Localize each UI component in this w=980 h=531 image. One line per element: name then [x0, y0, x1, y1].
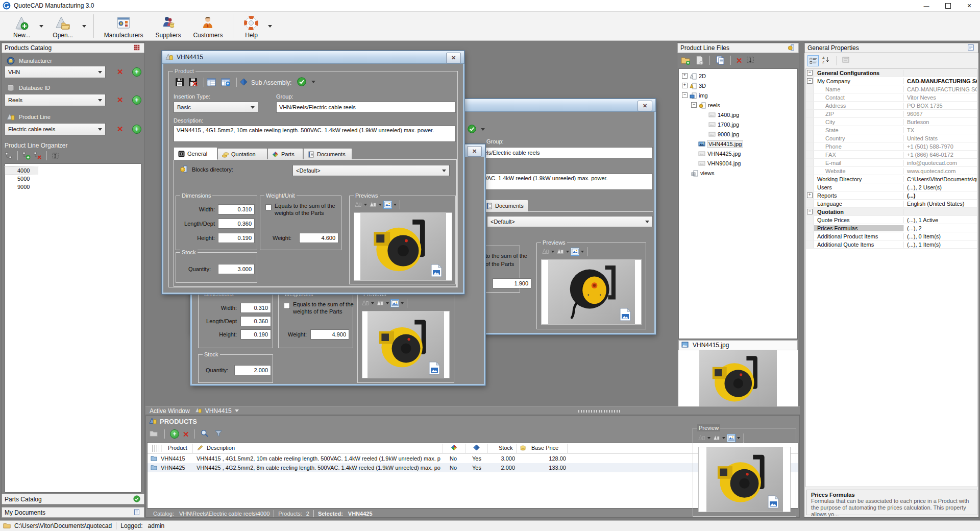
middle-weight-input[interactable]: 4.900	[310, 329, 349, 340]
products-catalog-header[interactable]: Products Catalog	[2, 43, 144, 53]
organizer-item-4000[interactable]: 4000	[5, 166, 38, 175]
dialog-close-button[interactable]: ✕	[446, 53, 461, 63]
manufacturers-button[interactable]: Manufacturers	[98, 13, 150, 39]
property-row[interactable]: ContactVitor Neves	[806, 93, 977, 102]
tree-item-1700jpg[interactable]: 1700.jpg	[679, 119, 797, 129]
add-folder-icon[interactable]	[680, 55, 691, 65]
tree-item-img[interactable]: − img	[679, 90, 797, 100]
property-row[interactable]: LanguageEnglish (United States)	[806, 200, 977, 208]
my-documents-bar[interactable]: My Documents	[2, 507, 144, 518]
manufacturer-delete-icon[interactable]: ✕	[117, 68, 124, 76]
organizer-delete-node-icon[interactable]	[34, 152, 42, 160]
property-row[interactable]: Users(...), 2 User(s)	[806, 183, 977, 191]
property-row[interactable]: CityBurleson	[806, 118, 977, 126]
files-panel-header[interactable]: Product Line Files	[677, 43, 799, 53]
tree-item-vhn4415jpg[interactable]: VHN4415.jpg	[679, 139, 797, 149]
save-close-icon[interactable]	[188, 77, 198, 87]
organizer-tree-icon[interactable]	[5, 152, 13, 160]
back-tab-documents[interactable]: Documents	[481, 200, 528, 211]
property-row[interactable]: +Reports(...)	[806, 191, 977, 200]
close-button[interactable]: ✕	[959, 0, 980, 11]
open-button[interactable]: Open...	[46, 13, 79, 39]
help-dropdown-arrow[interactable]	[266, 21, 274, 31]
manufacturer-add-icon[interactable]: +	[132, 67, 141, 77]
open-dropdown-arrow[interactable]	[80, 21, 88, 31]
preview-image-arrow[interactable]	[401, 302, 404, 304]
back-group-input[interactable]: eels/Electric cable reels	[478, 147, 653, 158]
properties-header[interactable]: General Properties	[804, 43, 978, 53]
tab-documents[interactable]: Documents	[303, 148, 352, 160]
tree-item-2d[interactable]: + 2D	[679, 71, 797, 81]
back-description-input[interactable]: 0VAC. 1.4kW reeled (1.9kW unreeled) max.…	[478, 174, 653, 190]
weight-input[interactable]: 4.600	[299, 233, 338, 243]
property-row[interactable]: −My CompanyCAD-MANUFACTURING SOLUT	[806, 77, 977, 85]
preview-3d-icon[interactable]	[556, 248, 565, 256]
tab-parts[interactable]: Parts	[267, 148, 303, 160]
filter-icon[interactable]	[214, 429, 224, 439]
customers-button[interactable]: Customers	[187, 13, 229, 39]
minimize-button[interactable]: —	[916, 0, 937, 11]
help-button[interactable]: Help	[237, 13, 265, 39]
tree-item-3d[interactable]: + 3D	[679, 81, 797, 90]
organizer-rename-icon[interactable]	[52, 152, 60, 160]
preview-image-icon[interactable]	[571, 248, 579, 256]
back-weight-input[interactable]: 1.900	[493, 278, 531, 288]
back-sub-assembly-arrow[interactable]	[481, 128, 485, 131]
property-row[interactable]: E-mailinfo@quotecad.com	[806, 159, 977, 167]
organizer-item-9000[interactable]: 9000	[5, 183, 141, 191]
preview-image-icon[interactable]	[390, 299, 399, 307]
property-category[interactable]: −Quotation	[806, 208, 977, 216]
middle-quantity-input[interactable]: 2.000	[234, 365, 271, 375]
product-line-select[interactable]: Electric cable reels	[5, 123, 106, 135]
property-row[interactable]: Phone+1 (501) 588-7970	[806, 142, 977, 151]
height-input[interactable]: 0.190	[218, 233, 255, 243]
save-icon[interactable]	[175, 77, 185, 87]
preview-image-arrow[interactable]	[737, 437, 740, 439]
middle-width-input[interactable]: 0.310	[240, 303, 271, 313]
preview-2d-icon[interactable]	[697, 434, 706, 442]
preview-2d-icon[interactable]	[354, 201, 362, 209]
organizer-item-5000[interactable]: 5000	[5, 175, 141, 183]
tree-item-9000jpg[interactable]: 9000.jpg	[679, 129, 797, 139]
property-row[interactable]: NameCAD-MANUFACTURING SOLUTION	[806, 85, 977, 93]
insertion-type-select[interactable]: Basic	[174, 102, 258, 113]
property-row[interactable]: AddressPO BOX 1735	[806, 102, 977, 110]
active-window-arrow[interactable]	[235, 409, 239, 412]
preview-2d-arrow[interactable]	[707, 437, 710, 439]
copy-icon[interactable]	[715, 55, 725, 65]
preview-3d-arrow[interactable]	[379, 204, 382, 206]
preview-2d-icon[interactable]	[541, 248, 550, 256]
property-category[interactable]: −General Configurations	[806, 69, 977, 77]
database-delete-icon[interactable]: ✕	[117, 96, 124, 104]
splitter-grip[interactable]	[578, 410, 621, 413]
parts-catalog-bar[interactable]: Parts Catalog	[2, 494, 144, 504]
preview-image-arrow[interactable]	[394, 204, 397, 206]
search-icon[interactable]	[200, 429, 210, 439]
alphabetical-sort-icon[interactable]: AZ	[822, 56, 832, 66]
categorized-view-icon[interactable]	[807, 55, 819, 66]
add-file-icon[interactable]	[694, 55, 704, 65]
organizer-add-node-icon[interactable]	[22, 152, 31, 160]
back-blocks-directory-select[interactable]: <Default>	[487, 216, 653, 227]
preview-image-arrow[interactable]	[581, 251, 584, 253]
catalog-organizer-icon[interactable]	[133, 44, 141, 52]
preview-3d-arrow[interactable]	[722, 437, 725, 439]
preview-3d-icon[interactable]	[369, 201, 377, 209]
middle-height-input[interactable]: 0.190	[240, 329, 271, 340]
property-pages-icon[interactable]	[842, 56, 852, 66]
property-row[interactable]: Quote Prices(...), 1 Active	[806, 216, 977, 224]
product-line-delete-icon[interactable]: ✕	[117, 125, 124, 133]
new-dropdown-arrow[interactable]	[37, 21, 45, 31]
property-row[interactable]: Additional Quote Items(...), 1 Item(s)	[806, 240, 977, 249]
manufacturer-select[interactable]: VHN	[5, 66, 106, 78]
suppliers-button[interactable]: Suppliers	[149, 13, 187, 39]
dialog-middle-close-button[interactable]: ✕	[467, 146, 482, 157]
datasheet-icon[interactable]	[206, 77, 216, 87]
width-input[interactable]: 0.310	[218, 204, 255, 214]
group-input[interactable]: VHN/Reels/Electric cable reels	[276, 102, 456, 113]
new-button[interactable]: New...	[7, 13, 36, 39]
database-add-icon[interactable]: +	[132, 95, 141, 105]
preview-2d-arrow[interactable]	[551, 251, 554, 253]
delete-product-icon[interactable]: ✕	[183, 430, 189, 438]
tree-item-reels[interactable]: − reels	[679, 100, 797, 110]
